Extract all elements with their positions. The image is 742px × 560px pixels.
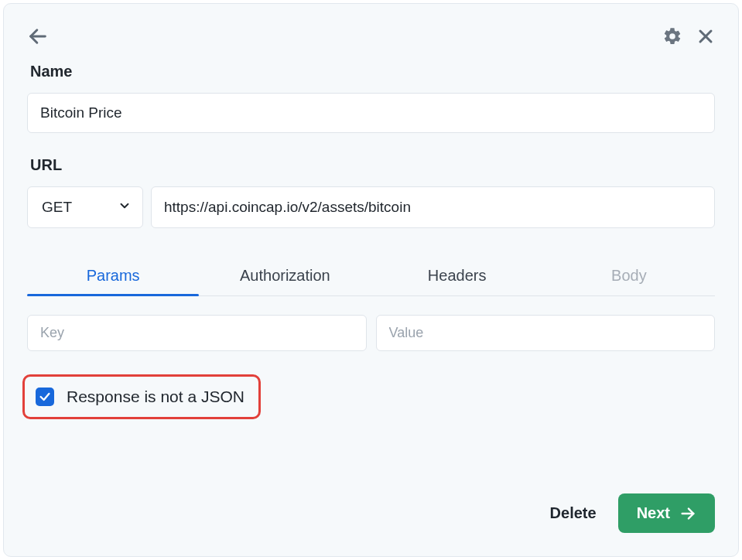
name-label: Name <box>30 63 715 80</box>
param-row <box>27 315 715 351</box>
check-icon <box>39 391 51 403</box>
http-method-value: GET <box>42 199 72 216</box>
tab-headers[interactable]: Headers <box>371 259 543 295</box>
request-config-panel: Name URL GET Params Authorization Header… <box>3 3 739 557</box>
settings-button[interactable] <box>662 26 682 46</box>
arrow-left-icon <box>27 26 49 47</box>
tabs: Params Authorization Headers Body <box>27 259 715 296</box>
footer-actions: Delete Next <box>550 493 715 533</box>
response-not-json-label: Response is not a JSON <box>67 388 244 406</box>
param-value-input[interactable] <box>376 315 716 351</box>
next-button[interactable]: Next <box>618 493 715 533</box>
tab-params[interactable]: Params <box>27 259 199 295</box>
response-not-json-checkbox[interactable] <box>36 388 54 406</box>
back-button[interactable] <box>27 26 49 47</box>
response-not-json-row: Response is not a JSON <box>22 374 261 419</box>
chevron-down-icon <box>118 199 132 217</box>
delete-button[interactable]: Delete <box>550 504 597 522</box>
close-button[interactable] <box>696 27 715 46</box>
top-bar <box>27 26 715 47</box>
gear-icon <box>662 26 682 46</box>
name-section: Name <box>27 63 715 133</box>
http-method-select[interactable]: GET <box>27 186 143 228</box>
name-input[interactable] <box>27 93 715 133</box>
tab-body: Body <box>543 259 715 295</box>
next-button-label: Next <box>637 504 670 522</box>
arrow-right-icon <box>679 505 696 522</box>
param-key-input[interactable] <box>27 315 367 351</box>
tab-authorization[interactable]: Authorization <box>199 259 371 295</box>
close-icon <box>696 27 715 46</box>
url-label: URL <box>30 156 715 174</box>
url-input[interactable] <box>151 186 715 228</box>
url-section: URL GET <box>27 156 715 228</box>
